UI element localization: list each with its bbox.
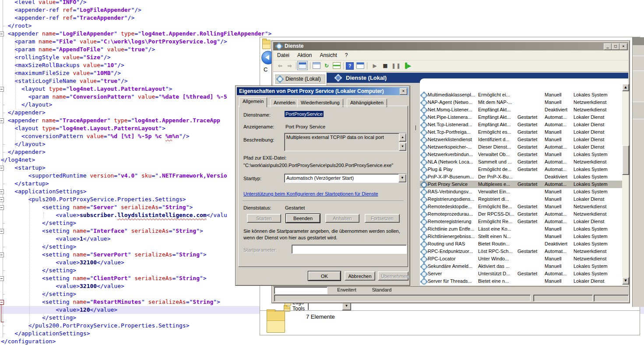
service-row[interactable]: Net.Tcp-Portfreiga...Ermöglicht es...Ges… <box>420 128 622 136</box>
service-row[interactable]: Routing und RASBietet Routin...Deaktivie… <box>420 240 622 248</box>
startparameter-input[interactable] <box>292 245 407 254</box>
service-row[interactable]: Net.Pipe-Listenera...Empfängt Akt...Gest… <box>420 114 622 121</box>
startparameter-note: Sie können die Startparameter angeben, d… <box>243 228 400 234</box>
beenden-button[interactable]: Beenden <box>286 214 320 223</box>
abbrechen-button[interactable]: Abbrechen <box>345 271 375 281</box>
forward-icon[interactable]: ⇨ <box>285 62 294 70</box>
pause-service-icon[interactable]: ❚❚ <box>391 62 400 70</box>
service-row[interactable]: Remoteprozedurau...Der RPCSS-Di...Gestar… <box>420 210 622 218</box>
service-row[interactable]: Remotedesktopdie...Ermöglicht Be...Gesta… <box>420 203 622 210</box>
minimize-button[interactable]: _ <box>604 43 612 50</box>
indent-guide <box>43 267 44 274</box>
ok-button[interactable]: OK <box>308 271 341 281</box>
anzeigename-label: Anzeigename: <box>243 124 274 129</box>
dialog-titlebar[interactable]: Eigenschaften von Port Proxy Service (Lo… <box>237 87 408 95</box>
service-logon: Lokales System <box>574 263 621 270</box>
service-gear-icon <box>421 279 427 285</box>
dialog-tab-allgemein[interactable]: Allgemein <box>239 97 267 107</box>
service-row[interactable]: Net.Msmq-Listener...Empfängt Akt...Deakt… <box>420 106 622 114</box>
scope-item-dienste-lokal[interactable]: Dienste (Lokal) <box>275 75 325 84</box>
bernehmen-button[interactable]: Übernehmen <box>378 271 408 281</box>
link-text[interactable]: Unterstützung beim Konfigurieren der Sta… <box>243 191 378 196</box>
service-row[interactable]: Registrierungsdiens...Registriert di...M… <box>420 196 622 203</box>
filter-field[interactable] <box>274 287 327 294</box>
service-row[interactable]: Plug & PlayErmöglicht de...GestartetAuto… <box>420 166 622 173</box>
service-row[interactable]: Netzwerkspeicher-...Dieser Dienst...Gest… <box>420 143 622 151</box>
service-starttype: Automat... <box>545 181 572 188</box>
back-icon[interactable]: ⇦ <box>276 62 285 70</box>
service-row[interactable]: Multimediaklassenpl...Ermöglicht ei...Ma… <box>420 91 622 99</box>
beschreibung-box[interactable]: Multiplexes external TCP/IP data on loca… <box>284 133 407 151</box>
start-service-icon[interactable]: ▶ <box>370 62 379 70</box>
code-line: </setting> <box>1 290 76 298</box>
properties-icon[interactable] <box>313 62 320 69</box>
code-line: </startup> <box>1 180 49 188</box>
service-row[interactable]: RPC-Endpunktzuor...Löst RPC-Sch...Gestar… <box>420 248 622 255</box>
menu-item-aktion[interactable]: Aktion <box>293 50 316 58</box>
service-row[interactable]: NLA (Network Loca...Sammelt und ...Gesta… <box>420 158 622 166</box>
code-fold-toggle-icon[interactable] <box>0 166 4 171</box>
console-tree-icon[interactable] <box>299 62 306 69</box>
service-starttype: Manuell <box>545 277 572 285</box>
services-titlebar[interactable]: Dienste _ □ ✕ <box>273 42 628 50</box>
scroll-up-icon[interactable]: ▲ <box>622 84 629 91</box>
service-row[interactable]: Server für Threads...Bietet eine n...Man… <box>420 277 622 285</box>
service-row[interactable]: Net.Tcp-Listenerad...Empfängt Akt...Gest… <box>420 121 622 128</box>
list-scrollbar[interactable]: ▲ ▼ <box>622 84 628 285</box>
service-row[interactable]: Richtlinie zum Entfe...Lässt eine Ko...M… <box>420 225 622 233</box>
description-pane-icon[interactable] <box>356 62 364 69</box>
export-list-icon[interactable] <box>333 62 341 69</box>
stop-service-icon[interactable]: ■ <box>381 62 390 70</box>
restart-service-icon[interactable]: ▐▶ <box>403 62 412 70</box>
menu-item-datei[interactable]: Datei <box>273 50 293 58</box>
service-row[interactable]: Sekundäre Anmeld...Aktiviert das ...Manu… <box>420 263 622 270</box>
combo-field[interactable] <box>308 302 343 310</box>
code-line: <appender name="TraceAppender" type="log… <box>1 117 220 124</box>
code-fold-toggle-icon[interactable] <box>0 300 4 305</box>
service-row[interactable]: NetzwerklistendienstIdentifiziert d...Ge… <box>420 136 622 143</box>
code-fold-toggle-icon[interactable] <box>0 276 4 281</box>
menu-item-?[interactable]: ? <box>341 50 352 58</box>
code-fold-toggle-icon[interactable] <box>0 118 4 123</box>
service-description: Mit dem NAP-... <box>478 99 516 106</box>
service-row[interactable]: Port Proxy ServiceMultiplexes e...Gestar… <box>420 181 622 188</box>
service-row[interactable]: ServerUnterstützt D...GestartetAutomat..… <box>420 270 622 277</box>
startoptions-link[interactable]: Unterstützung beim Konfigurieren der Sta… <box>243 191 378 196</box>
close-button[interactable]: ✕ <box>619 43 627 50</box>
help-icon[interactable]: ? <box>346 62 354 70</box>
chevron-down-icon[interactable]: ▼ <box>398 174 406 182</box>
maximize-button[interactable]: □ <box>612 43 619 50</box>
code-fold-toggle-icon[interactable] <box>0 197 4 202</box>
service-status: Gestartet <box>517 136 543 143</box>
scrollbar-thumb[interactable] <box>622 145 629 175</box>
scroll-down-icon[interactable]: ▼ <box>399 142 406 151</box>
service-status <box>517 263 543 270</box>
service-row[interactable]: RPC-LocatorUnter Windo...ManuellNetzwerk… <box>420 255 622 263</box>
menu-item-ansicht[interactable]: Ansicht <box>316 50 341 58</box>
service-row[interactable]: Netzwerkverbindun...Verwaltet Ob...Gesta… <box>420 151 622 158</box>
service-row[interactable]: Richtlinienergebniss...Stellt einen N...… <box>420 233 622 240</box>
service-row[interactable]: NAP-Agent (Netwo...Mit dem NAP-...Manuel… <box>420 99 622 106</box>
scope-item-label: Dienste (Lokal) <box>285 75 321 83</box>
dienstname-value[interactable]: PortProxyService <box>285 111 324 117</box>
code-fold-toggle-icon[interactable] <box>0 229 4 234</box>
refresh-icon[interactable]: ↻ <box>322 62 331 70</box>
close-icon[interactable]: ✕ <box>400 88 407 95</box>
code-fold-toggle-icon[interactable] <box>0 253 4 257</box>
tab-erweitert[interactable]: Erweitert <box>328 287 365 294</box>
code-fold-toggle-icon[interactable] <box>0 189 4 194</box>
service-logon: Lokales System <box>574 151 621 158</box>
code-line: </root> <box>1 22 32 30</box>
starttyp-combobox[interactable]: Automatisch (Verzögerter Start) ▼ <box>284 174 407 183</box>
scroll-down-icon[interactable]: ▼ <box>622 277 629 285</box>
scroll-up-icon[interactable]: ▲ <box>399 133 406 142</box>
service-row[interactable]: RAS-Verbindungsv...Verwaltet Ein...Manue… <box>420 188 622 196</box>
code-line: <layout type="log4net.Layout.PatternLayo… <box>1 85 172 93</box>
code-fold-toggle-icon[interactable] <box>0 32 4 36</box>
code-fold-toggle-icon[interactable] <box>0 205 4 210</box>
service-row[interactable]: PnP-X-IP-Busenum...Der PnP-X-Bu...Deakti… <box>420 173 622 181</box>
code-fold-toggle-icon[interactable] <box>0 87 4 92</box>
service-row[interactable]: RemoteregistrierungErmöglicht Re...Gesta… <box>420 218 622 225</box>
combo-dropdown-button[interactable]: ▼ <box>342 302 351 310</box>
tab-standard[interactable]: Standard <box>366 287 398 294</box>
